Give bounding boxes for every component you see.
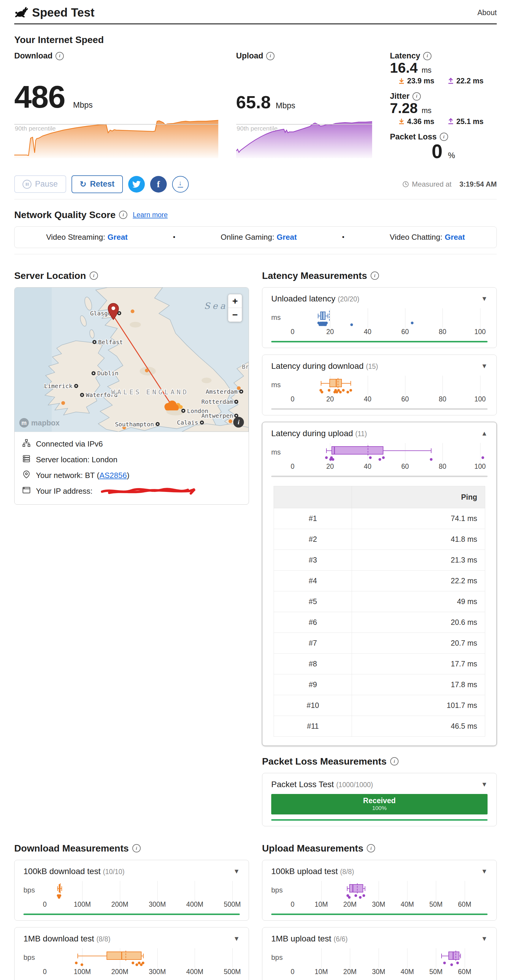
share-twitter-button[interactable]: [128, 176, 145, 192]
progress-bar: [24, 913, 240, 915]
header: Speed Test About: [14, 0, 497, 24]
whisker-cap: [321, 381, 322, 386]
twitter-icon: [132, 180, 141, 188]
latency-column: Latency 16.4 ms 23.9 ms 22.2 ms Jitter 7…: [390, 51, 497, 168]
info-icon[interactable]: [367, 844, 375, 853]
mean-dashed-line: [368, 445, 368, 455]
share-facebook-button[interactable]: f: [150, 176, 167, 192]
panel-header[interactable]: Latency during upload (11)▲: [271, 429, 487, 438]
info-icon[interactable]: [266, 52, 274, 60]
panel-header[interactable]: 100kB download test (10/10)▼: [24, 867, 240, 876]
table-cell: #5: [274, 591, 352, 612]
axis-tick-label: 60M: [458, 900, 471, 908]
panel-header[interactable]: Latency during download (15)▼: [271, 361, 487, 371]
clock-icon: [403, 181, 409, 188]
panel-header[interactable]: Packet Loss Test (1000/1000)▼: [271, 780, 487, 789]
zoom-out-button[interactable]: −: [228, 308, 242, 321]
download-arrow-icon: [398, 118, 405, 125]
axis-tick-label: 400M: [186, 900, 204, 908]
map-info-button[interactable]: i: [233, 417, 244, 428]
server-location-column: Server Location: [14, 260, 249, 505]
chevron-down-icon[interactable]: ▼: [481, 935, 487, 943]
chevron-down-icon[interactable]: ▼: [481, 295, 487, 302]
mapbox-attribution[interactable]: m mapbox: [19, 418, 60, 428]
zoom-in-button[interactable]: +: [228, 294, 242, 308]
x-axis: 010M20M30M40M50M60M: [293, 967, 487, 976]
map-label: Southampton: [115, 421, 154, 428]
axis-unit-label: bps: [24, 881, 45, 899]
axis-tick-label: 40M: [401, 968, 414, 976]
download-results-button[interactable]: [172, 176, 189, 192]
boxplot-chart: ms: [271, 308, 487, 327]
axis-tick-label: 100: [474, 463, 486, 471]
axis-tick-label: 40: [364, 328, 371, 336]
detail-row: Your IP address:: [22, 483, 241, 499]
chevron-up-icon[interactable]: ▲: [481, 430, 487, 438]
quality-label: Video Streaming:: [46, 232, 105, 242]
data-point: [135, 963, 138, 966]
table-cell: 21.3 ms: [352, 549, 485, 570]
whisker-cap: [365, 886, 365, 891]
axis-tick-label: 100M: [74, 900, 91, 908]
detail-text: Your IP address:: [36, 487, 92, 496]
learn-more-link[interactable]: Learn more: [133, 211, 168, 219]
asn-link[interactable]: AS2856: [99, 471, 127, 480]
data-point: [350, 323, 353, 326]
quality-value: Great: [107, 232, 127, 242]
info-icon[interactable]: [440, 133, 448, 141]
retest-button[interactable]: ↻ Retest: [72, 175, 123, 193]
panel-header[interactable]: 1MB download test (8/8)▼: [24, 934, 240, 943]
info-icon[interactable]: [390, 757, 398, 765]
axis-tick-label: 10M: [315, 968, 328, 976]
info-icon[interactable]: [119, 211, 127, 219]
data-point: [348, 896, 351, 899]
panel-header[interactable]: 1MB upload test (6/6)▼: [271, 934, 487, 943]
info-icon[interactable]: [423, 52, 431, 60]
whisker-cap: [328, 313, 328, 318]
controls-row: Pause ↻ Retest f Measured at 3:19:54 AM: [14, 175, 497, 193]
gridline: [379, 948, 379, 968]
info-icon[interactable]: [90, 272, 98, 280]
chevron-down-icon[interactable]: ▼: [481, 867, 487, 875]
axis-tick-label: 30M: [372, 968, 385, 976]
server-heading: Server Location: [14, 270, 249, 281]
axis-tick-label: 20: [326, 328, 334, 336]
boxplot-plot-area: [45, 881, 240, 899]
axis-tick-label: 60M: [458, 968, 471, 976]
info-icon[interactable]: [412, 92, 421, 100]
boxplot-plot-area: [293, 375, 487, 394]
detail-text: Your network: BT (AS2856): [36, 471, 129, 480]
mean-dashed-line: [126, 951, 126, 961]
chevron-down-icon[interactable]: ▼: [481, 781, 487, 788]
quality-item: Video Chatting:Great: [390, 232, 465, 242]
axis-tick-label: 40M: [401, 900, 414, 908]
axis-tick-label: 0: [291, 463, 295, 471]
info-icon[interactable]: [56, 52, 64, 60]
chevron-down-icon[interactable]: ▼: [233, 867, 240, 875]
whisker-cap: [347, 886, 347, 891]
chevron-down-icon[interactable]: ▼: [481, 362, 487, 370]
data-point: [354, 894, 357, 897]
table-cell: #9: [274, 674, 352, 695]
axis-tick-label: 500M: [224, 900, 241, 908]
about-link[interactable]: About: [478, 8, 497, 17]
map-canvas[interactable]: GlasgowBelfastDublinLimerickWaterfordLon…: [14, 288, 249, 432]
info-icon[interactable]: [132, 844, 141, 853]
pause-button[interactable]: Pause: [14, 175, 66, 193]
chevron-down-icon[interactable]: ▼: [233, 935, 240, 943]
panel-header[interactable]: Unloaded latency (20/20)▼: [271, 294, 487, 304]
x-axis: 0100M200M300M400M500M: [45, 967, 240, 976]
panel-count: (10/10): [103, 868, 125, 875]
axis-tick-label: 300M: [149, 900, 166, 908]
bar-value: 100%: [271, 805, 487, 811]
panel-header[interactable]: 100kB upload test (8/8)▼: [271, 867, 487, 876]
table-row: #174.1 ms: [274, 508, 485, 529]
info-icon[interactable]: [371, 272, 379, 280]
panel-title: 100kB upload test (8/8): [271, 867, 354, 876]
axis-tick-label: 500M: [224, 968, 241, 976]
latency-measurements-heading: Latency Measurements: [262, 270, 497, 281]
boxplot-chart: bps: [24, 881, 240, 899]
progress-bar: [271, 408, 487, 410]
pause-icon: [22, 180, 32, 189]
mean-dashed-line: [338, 378, 338, 388]
